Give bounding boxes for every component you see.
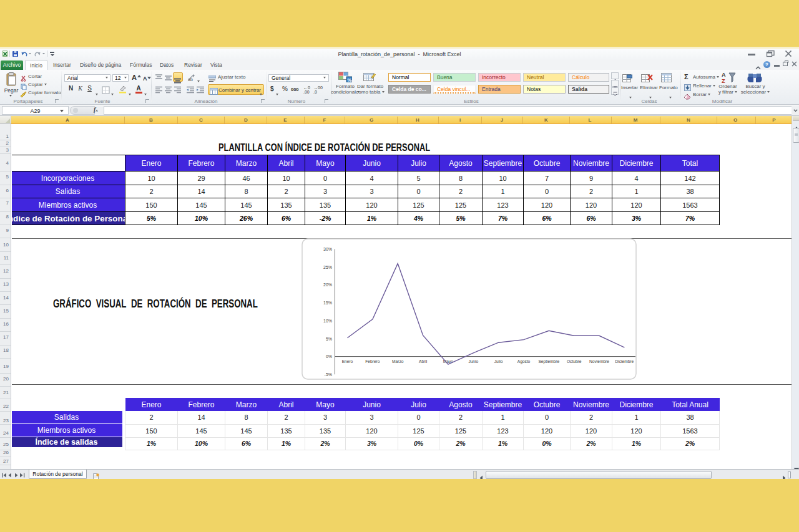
svg-text:20%: 20% (323, 283, 332, 287)
svg-text:Noviembre: Noviembre (589, 359, 609, 364)
svg-text:-5%: -5% (325, 372, 332, 377)
svg-text:Junio: Junio (468, 359, 478, 364)
svg-text:15%: 15% (323, 301, 332, 305)
svg-text:Enero: Enero (342, 359, 353, 364)
svg-text:Septiembre: Septiembre (538, 359, 559, 364)
svg-text:Febrero: Febrero (365, 359, 380, 364)
svg-text:Abril: Abril (419, 359, 428, 364)
svg-text:A: A (722, 72, 726, 78)
svg-text:Octubre: Octubre (567, 359, 582, 364)
svg-text:ab: ab (188, 77, 193, 82)
svg-text:Diciembre: Diciembre (615, 359, 634, 364)
svg-text:Julio: Julio (494, 359, 503, 364)
svg-text:Agosto: Agosto (517, 359, 531, 364)
svg-text:Marzo: Marzo (392, 359, 404, 364)
svg-text:%: % (348, 77, 352, 83)
svg-text:0%: 0% (326, 354, 332, 359)
svg-text:30%: 30% (323, 247, 332, 251)
svg-text:Z: Z (722, 78, 725, 84)
svg-text:5%: 5% (326, 337, 332, 341)
svg-text:25%: 25% (323, 265, 332, 269)
svg-text:10%: 10% (323, 319, 332, 323)
